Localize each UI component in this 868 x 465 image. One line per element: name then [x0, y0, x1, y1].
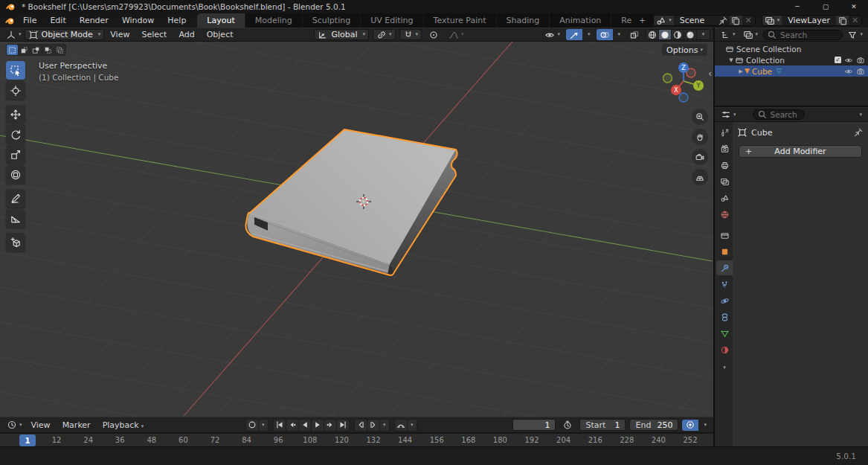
tab-rendering[interactable]: Rendering	[611, 13, 631, 28]
frame-tick-204[interactable]: 204	[556, 436, 570, 444]
disable-in-renders-toggle[interactable]	[856, 56, 865, 65]
auto-keying-toggle[interactable]	[246, 420, 258, 431]
show-gizmo-toggle[interactable]	[566, 29, 582, 40]
sync-dropdown[interactable]: ▾	[698, 420, 710, 431]
menu-help[interactable]: Help	[161, 15, 193, 26]
shading-solid-button[interactable]	[659, 30, 672, 39]
transform-orientation-dropdown[interactable]: Global▾	[314, 29, 369, 40]
properties-tab-material[interactable]	[716, 342, 733, 357]
keying-set-button[interactable]	[395, 420, 407, 431]
frame-tick-60[interactable]: 60	[179, 436, 188, 444]
outliner-search-input[interactable]	[780, 31, 838, 39]
camera-view-button[interactable]	[692, 149, 708, 165]
menu-window[interactable]: Window	[115, 15, 161, 26]
step-forward-button[interactable]	[367, 420, 379, 431]
properties-tab-output[interactable]	[716, 158, 733, 173]
overlays-dropdown[interactable]: ▾	[613, 29, 624, 40]
add-modifier-button[interactable]: + Add Modifier	[739, 145, 862, 158]
tab-animation[interactable]: Animation	[550, 13, 611, 28]
next-keyframe-button[interactable]	[324, 420, 336, 431]
frame-tick-192[interactable]: 192	[524, 436, 539, 444]
gizmo-dropdown[interactable]: ▾	[582, 29, 594, 40]
frame-tick-48[interactable]: 48	[147, 436, 156, 444]
frame-tick-228[interactable]: 228	[620, 436, 634, 444]
scene-copy-button[interactable]	[730, 16, 742, 25]
transform-tool-button[interactable]	[6, 165, 25, 184]
timeline-editor-type-dropdown[interactable]: ▾	[4, 420, 25, 431]
frame-tick-108[interactable]: 108	[303, 436, 317, 444]
blender-menu-icon[interactable]	[4, 16, 15, 26]
end-frame-field[interactable]: End250	[629, 419, 678, 431]
view-layer-browse-dropdown[interactable]: ▾	[762, 16, 782, 25]
outliner-filter-dropdown[interactable]: ▾	[844, 29, 866, 40]
select-box-tool-button[interactable]	[6, 61, 25, 80]
play-reverse-button[interactable]	[299, 420, 311, 431]
gizmo-neg-z-axis[interactable]	[679, 93, 688, 102]
properties-search-input[interactable]	[771, 110, 800, 119]
tab-uv-editing[interactable]: UV Editing	[361, 13, 423, 28]
viewport-editor-type-dropdown[interactable]: ▾	[3, 29, 25, 40]
scale-tool-button[interactable]	[6, 145, 25, 164]
preview-range-toggle[interactable]	[559, 420, 576, 431]
disable-in-renders-toggle[interactable]	[856, 67, 865, 76]
keying-dropdown[interactable]: ▾	[259, 420, 268, 431]
select-mode-invert[interactable]	[42, 45, 54, 55]
frame-tick-24[interactable]: 24	[83, 436, 93, 444]
viewport-3d[interactable]: Options▾ User Perspective (1) Collection…	[0, 42, 713, 417]
menu-edit[interactable]: Edit	[43, 15, 72, 26]
current-frame-marker[interactable]: 1	[19, 434, 36, 446]
outliner-row-collection[interactable]: ▼Collection✓	[715, 54, 868, 65]
timeline-menu-marker[interactable]: Marker	[57, 420, 97, 430]
frame-tick-84[interactable]: 84	[242, 436, 251, 444]
step-dropdown[interactable]: ▾	[380, 420, 389, 431]
frame-tick-72[interactable]: 72	[210, 436, 220, 444]
properties-tab-particles[interactable]	[716, 277, 733, 292]
add-workspace-button[interactable]: +	[631, 13, 653, 28]
outliner-row-cube[interactable]: ▶▼Cube▽	[715, 65, 868, 77]
select-mode-extend[interactable]	[19, 45, 30, 55]
properties-tab-tool[interactable]	[716, 125, 733, 140]
select-mode-intersect[interactable]	[54, 45, 65, 55]
rotate-tool-button[interactable]	[6, 125, 25, 144]
tab-sculpting[interactable]: Sculpting	[303, 13, 361, 28]
timeline-menu-playback[interactable]: Playback▾	[97, 420, 150, 430]
start-frame-field[interactable]: Start1	[579, 419, 626, 431]
options-dropdown[interactable]: Options▾	[662, 44, 707, 56]
shading-dropdown[interactable]: ▾	[697, 30, 710, 39]
annotate-tool-button[interactable]	[6, 189, 25, 208]
frame-tick-36[interactable]: 36	[115, 436, 125, 444]
outliner-row-scene-collection[interactable]: Scene Collection	[715, 43, 868, 54]
timeline-ruler[interactable]: 1 12243648607284961081201321441561681801…	[0, 433, 713, 446]
frame-tick-132[interactable]: 132	[366, 436, 380, 444]
hide-in-viewport-toggle[interactable]	[844, 56, 853, 65]
view-layer-selector[interactable]: ▾ ViewLayer ✕	[762, 15, 862, 26]
proportional-falloff-dropdown[interactable]: ▾	[446, 29, 467, 40]
breadcrumb-object-name[interactable]: Cube	[751, 128, 772, 138]
properties-tab-physics[interactable]	[716, 293, 733, 308]
select-mode-subtract[interactable]	[30, 45, 42, 55]
proportional-edit-toggle[interactable]	[425, 29, 442, 40]
viewport-canvas[interactable]	[0, 42, 713, 417]
shading-wireframe-button[interactable]	[646, 30, 659, 39]
frame-tick-12[interactable]: 12	[52, 436, 62, 444]
menu-render[interactable]: Render	[73, 15, 115, 26]
jump-to-start-button[interactable]	[274, 420, 286, 431]
frame-tick-96[interactable]: 96	[274, 436, 283, 444]
scene-browse-dropdown[interactable]: ▾	[654, 16, 674, 25]
properties-search[interactable]	[753, 109, 805, 120]
move-tool-button[interactable]	[6, 105, 25, 124]
viewport-menu-object[interactable]: Object	[201, 30, 239, 39]
properties-tab-render[interactable]	[716, 141, 733, 156]
minimize-button[interactable]: ─	[783, 0, 811, 13]
properties-options-dropdown[interactable]: ▾	[854, 109, 865, 121]
cursor-tool-button[interactable]	[6, 81, 25, 100]
frame-tick-168[interactable]: 168	[461, 436, 475, 444]
scene-unlink-button[interactable]: ✕	[742, 16, 755, 25]
measure-tool-button[interactable]	[6, 209, 25, 228]
frame-tick-216[interactable]: 216	[588, 436, 602, 444]
pan-button[interactable]	[692, 129, 708, 145]
keying-set-dropdown[interactable]: ▾	[408, 420, 417, 431]
properties-tabs-overflow[interactable]: ▾	[716, 360, 733, 375]
outliner-search[interactable]	[762, 30, 843, 40]
step-back-button[interactable]	[355, 420, 367, 431]
